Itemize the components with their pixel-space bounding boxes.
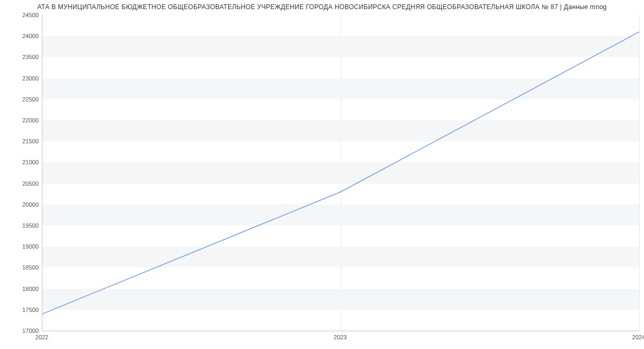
y-tick-label: 20000 <box>6 201 39 208</box>
y-tick-label: 17500 <box>6 307 39 313</box>
y-tick-label: 17000 <box>6 328 39 334</box>
chart-title: АТА В МУНИЦИПАЛЬНОЕ БЮДЖЕТНОЕ ОБЩЕОБРАЗО… <box>0 3 644 11</box>
plot-area <box>42 15 639 331</box>
y-tick-label: 18000 <box>6 286 39 292</box>
chart-container: АТА В МУНИЦИПАЛЬНОЕ БЮДЖЕТНОЕ ОБЩЕОБРАЗО… <box>0 0 644 349</box>
y-tick-label: 19000 <box>6 243 39 250</box>
y-tick-label: 24500 <box>6 12 39 18</box>
y-tick-label: 23000 <box>6 75 39 82</box>
x-tick-label: 2024 <box>632 334 644 340</box>
x-gridline <box>639 15 640 331</box>
y-tick-label: 22000 <box>6 117 39 123</box>
y-tick-label: 24000 <box>6 33 39 39</box>
y-tick-label: 19500 <box>6 222 39 229</box>
y-tick-label: 20500 <box>6 180 39 187</box>
y-tick-label: 18500 <box>6 264 39 271</box>
data-line <box>42 15 639 331</box>
y-tick-label: 21500 <box>6 138 39 144</box>
x-tick-label: 2023 <box>334 334 347 340</box>
y-tick-label: 22500 <box>6 96 39 103</box>
y-tick-label: 21000 <box>6 159 39 165</box>
y-tick-label: 23500 <box>6 54 39 60</box>
x-tick-label: 2022 <box>35 334 48 340</box>
